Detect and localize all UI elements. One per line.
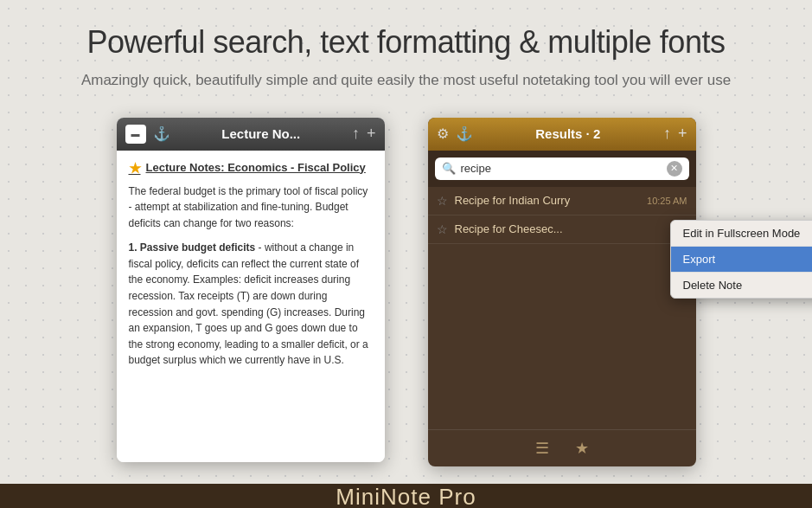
gear-icon[interactable]: ⚙ (437, 125, 449, 142)
window-widget[interactable]: ▬ (125, 125, 146, 144)
results-add-button[interactable]: + (678, 125, 687, 143)
result-time-1: 10:25 AM (647, 196, 687, 206)
add-note-button[interactable]: + (367, 125, 376, 143)
search-bar-row: 🔍 recipe ✕ (428, 151, 696, 187)
screenshots-row: ▬ ⚓ Lecture No... ↑ + ★ Lecture Notes: E… (117, 118, 696, 466)
note-panel: ▬ ⚓ Lecture No... ↑ + ★ Lecture Notes: E… (117, 118, 385, 462)
result-star-1[interactable]: ☆ (437, 194, 448, 208)
main-content: Powerful search, text formatting & multi… (0, 0, 812, 484)
context-menu-item-delete[interactable]: Delete Note (671, 273, 813, 298)
bottom-bar: MiniNote Pro (0, 484, 812, 509)
result-name-1: Recipe for Indian Curry (455, 194, 641, 207)
widget-icon: ▬ (131, 129, 140, 138)
result-item-2[interactable]: ☆ Recipe for Cheesec... (428, 215, 696, 244)
note-titlebar: ▬ ⚓ Lecture No... ↑ + (117, 118, 385, 151)
results-title: Results · 2 (480, 126, 656, 141)
note-paragraph2: 1. Passive budget deficits - without a c… (129, 240, 373, 369)
note-title-line: ★ Lecture Notes: Economics - Fiscal Poli… (129, 161, 373, 177)
search-panel: ⚙ ⚓ Results · 2 ↑ + 🔍 recipe ✕ ☆ Recipe … (428, 118, 696, 466)
search-results-body: ☆ Recipe for Indian Curry 10:25 AM ☆ Rec… (428, 187, 696, 429)
context-menu: Edit in Fullscreen Mode Export Delete No… (670, 220, 813, 299)
subheadline: Amazingly quick, beautifully simple and … (81, 69, 731, 92)
bold-text: 1. Passive budget deficits (129, 241, 256, 254)
list-icon[interactable]: ☰ (535, 439, 549, 458)
star-filled-icon[interactable]: ★ (129, 160, 141, 177)
search-icon: 🔍 (442, 162, 456, 175)
result-item-1[interactable]: ☆ Recipe for Indian Curry 10:25 AM (428, 187, 696, 215)
result-name-2: Recipe for Cheesec... (455, 222, 681, 235)
headline: Powerful search, text formatting & multi… (87, 24, 726, 61)
anchor-icon[interactable]: ⚓ (153, 125, 170, 142)
note-paragraph1: The federal budget is the primary tool o… (129, 183, 373, 232)
note-panel-title: Lecture No... (177, 126, 345, 141)
context-menu-item-export[interactable]: Export (671, 247, 813, 273)
results-up-icon[interactable]: ↑ (663, 125, 671, 143)
favorites-icon[interactable]: ★ (575, 439, 589, 458)
search-titlebar: ⚙ ⚓ Results · 2 ↑ + (428, 118, 696, 151)
search-panel-footer: ☰ ★ (428, 429, 696, 466)
note-body: ★ Lecture Notes: Economics - Fiscal Poli… (117, 151, 385, 462)
search-text[interactable]: recipe (461, 162, 662, 175)
result-star-2[interactable]: ☆ (437, 222, 448, 236)
search-anchor-icon[interactable]: ⚓ (456, 125, 473, 142)
search-bar[interactable]: 🔍 recipe ✕ (435, 158, 689, 180)
search-clear-button[interactable]: ✕ (667, 161, 682, 177)
app-name: MiniNote Pro (336, 484, 476, 509)
up-arrow-icon[interactable]: ↑ (352, 125, 360, 143)
context-menu-item-fullscreen[interactable]: Edit in Fullscreen Mode (671, 221, 813, 247)
